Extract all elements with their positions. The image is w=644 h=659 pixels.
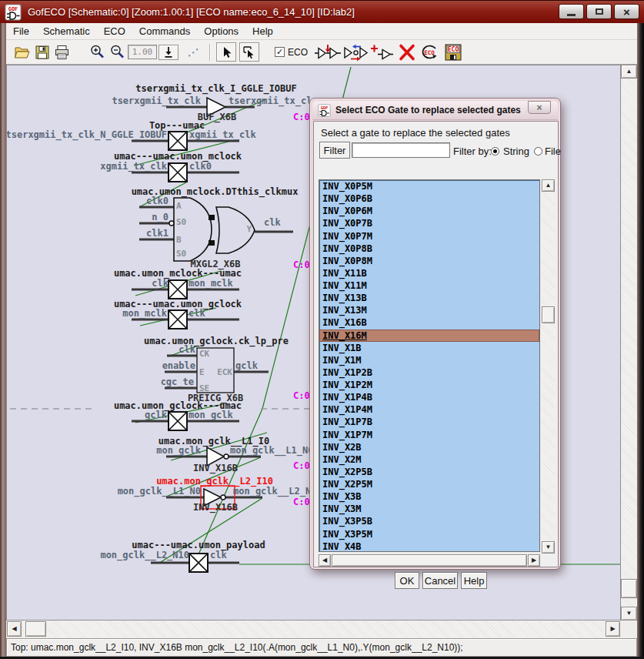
menu-commands[interactable]: Commands [132, 24, 197, 38]
apply-zoom-button[interactable] [158, 45, 179, 60]
schematic-label-inst: INV_X16B [193, 502, 238, 513]
dialog-title-bar[interactable]: GOF Select ECO Gate to replace selected … [312, 101, 558, 120]
close-button[interactable]: × [614, 4, 639, 19]
gofeco-window: GOF GofECO [Schematic:0] [Zoom:1.00:1] [… [0, 0, 644, 659]
filter-file-label: File [545, 146, 561, 157]
zoom-in-button[interactable] [88, 42, 108, 62]
list-horizontal-scroll-thumb[interactable] [332, 554, 527, 567]
list-scroll-up-button[interactable]: ▲ [542, 179, 555, 192]
list-scroll-left-button[interactable]: ◀ [319, 554, 331, 567]
eco-mode-checkbox[interactable]: ✓ [275, 47, 285, 57]
schematic-label-net: enable [162, 360, 195, 371]
gate-list-item[interactable]: INV_X2P5M [319, 478, 539, 490]
zoom-in-icon [89, 44, 106, 61]
gate-list-item[interactable]: INV_X1P2M [319, 379, 539, 391]
maximize-button[interactable] [586, 4, 612, 19]
zoom-value-input[interactable] [128, 45, 157, 59]
schematic-label-net: mon_gclk [189, 410, 234, 421]
schematic-label-net: tserxgmii_tx_clk_N_GGLE_IOBUF [7, 129, 167, 141]
filter-button[interactable]: Filter [319, 142, 350, 159]
scroll-up-button[interactable]: ▲ [621, 65, 637, 79]
schematic-label-net: mon_gclk__L2_N1 [233, 486, 316, 497]
zoom-out-button[interactable] [108, 42, 128, 62]
gate-list-item[interactable]: INV_X3B [319, 490, 539, 503]
gate-list-item[interactable]: INV_X13M [319, 304, 539, 316]
list-scroll-right-button[interactable]: ▶ [528, 554, 540, 567]
help-button[interactable]: Help [461, 572, 487, 589]
gate-list-item[interactable]: INV_X1P7M [319, 429, 539, 441]
replace-gate-button[interactable] [342, 42, 369, 62]
window-title: GofECO [Schematic:0] [Zoom:1.00:1] [ECO … [28, 6, 355, 18]
schematic-label-net: mon_mclk [189, 278, 234, 289]
save-button[interactable] [32, 42, 52, 62]
gate-list-item[interactable]: INV_X0P8M [319, 255, 539, 267]
gate-list-item[interactable]: INV_X0P7M [319, 230, 539, 243]
gate-list-item[interactable]: INV_X0P8B [319, 243, 539, 255]
gate-list-item[interactable]: INV_X3P5B [319, 515, 539, 527]
menu-file[interactable]: File [6, 24, 36, 38]
schematic-label-flag: C:0 [293, 259, 310, 270]
filter-string-radio[interactable] [491, 147, 499, 156]
cancel-button[interactable]: Cancel [422, 572, 458, 589]
gate-list-item[interactable]: INV_X3P5M [319, 528, 539, 540]
vertical-scroll-thumb[interactable] [621, 579, 637, 598]
canvas-horizontal-scrollbar[interactable] [6, 621, 621, 637]
gate-list-item[interactable]: INV_X0P6B [319, 192, 539, 205]
gate-list-item[interactable]: INV_X4B [319, 540, 539, 552]
open-button[interactable] [12, 42, 32, 62]
gate-list-item[interactable]: INV_X1M [319, 354, 539, 366]
eco-undo-button[interactable]: ECO [420, 42, 440, 62]
gate-list-item[interactable]: INV_X3M [319, 503, 539, 515]
gate-list-item[interactable]: INV_X16B [319, 316, 539, 329]
gate-list-item[interactable]: INV_X0P5M [319, 180, 539, 192]
gate-list-item[interactable]: INV_X13B [319, 292, 539, 304]
schematic-label-net: tserxgmii_tx_clk [112, 95, 201, 107]
gate-list-item[interactable]: INV_X1P7B [319, 416, 539, 428]
gate-list-item[interactable]: INV_X2B [319, 441, 539, 453]
list-scroll-down-button[interactable]: ▼ [542, 541, 555, 554]
pointer-icon [219, 45, 233, 59]
menu-options[interactable]: Options [197, 24, 245, 38]
menu-schematic[interactable]: Schematic [36, 24, 97, 38]
delete-gate-button[interactable] [397, 42, 417, 62]
gate-list-item[interactable]: INV_X0P7B [319, 217, 539, 229]
schematic-label-net: xgmii_tx_clk [189, 129, 256, 141]
gate-list-item[interactable]: INV_X0P6M [319, 205, 539, 217]
gate-list-item[interactable]: INV_X1P4B [319, 391, 539, 403]
minimize-button[interactable] [559, 4, 584, 19]
gate-list-item[interactable]: INV_X1B [319, 342, 539, 354]
gate-list-item[interactable]: INV_X2M [319, 453, 539, 466]
print-button[interactable] [52, 42, 72, 62]
gate-listbox[interactable]: INV_X0P5MINV_X0P6BINV_X0P6MINV_X0P7BINV_… [319, 179, 540, 552]
schematic-label-net: clk [179, 344, 195, 355]
gate-list-item[interactable]: INV_X11B [319, 267, 539, 279]
schematic-label-flag: C:0 [293, 112, 310, 122]
filter-file-radio[interactable] [534, 147, 542, 156]
insert-gate-button[interactable] [314, 42, 342, 62]
gate-list-item[interactable]: INV_X2P5B [319, 466, 539, 478]
fit-view-button[interactable] [183, 42, 203, 62]
schematic-label-port: CK [199, 349, 210, 359]
list-vertical-scroll-thumb[interactable] [542, 306, 555, 323]
dialog-close-button[interactable]: × [528, 101, 551, 114]
horizontal-scroll-thumb[interactable] [25, 621, 46, 637]
ok-button[interactable]: OK [395, 572, 419, 589]
scroll-right-button[interactable]: ▶ [606, 621, 620, 637]
scroll-down-button[interactable]: ▼ [621, 607, 637, 621]
gate-list-item[interactable]: INV_X16M [319, 330, 539, 342]
add-gate-button[interactable] [369, 42, 394, 62]
area-select-mode-button[interactable] [239, 42, 259, 62]
schematic-label-port: S0 [176, 249, 186, 259]
scroll-left-button[interactable]: ◀ [7, 621, 22, 637]
gate-list-item[interactable]: INV_X1P2B [319, 366, 539, 379]
save-eco-button[interactable]: ECO [443, 42, 463, 62]
canvas-vertical-scrollbar[interactable] [621, 65, 637, 621]
gate-list-item[interactable]: INV_X1P4M [319, 403, 539, 416]
menu-help[interactable]: Help [245, 24, 280, 38]
pointer-mode-button[interactable] [216, 42, 236, 62]
filter-input[interactable] [352, 142, 450, 158]
menu-eco[interactable]: ECO [97, 24, 132, 38]
gate-list-item[interactable]: INV_X11M [319, 279, 539, 292]
list-vertical-scrollbar[interactable] [542, 179, 555, 554]
schematic-label-net: clk [189, 308, 205, 319]
